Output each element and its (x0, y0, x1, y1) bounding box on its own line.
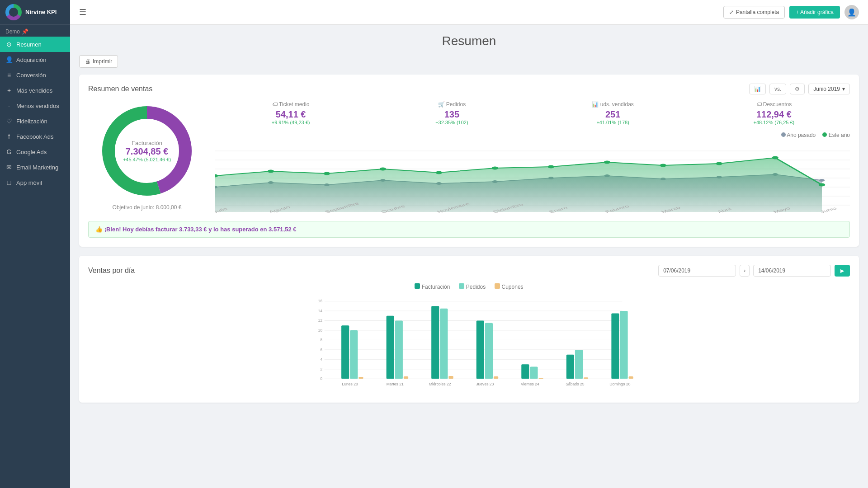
sidebar-item-label: App móvil (16, 179, 42, 186)
svg-text:Miércoles 22: Miércoles 22 (429, 382, 451, 386)
date-nav-green[interactable]: ► (835, 265, 850, 277)
facturacion-legend-rect (415, 283, 420, 289)
svg-point-24 (324, 172, 330, 175)
svg-rect-69 (395, 321, 403, 379)
sidebar-item-resumen[interactable]: ⊙ Resumen (0, 37, 70, 52)
chevron-down-icon: ▾ (842, 86, 845, 92)
sidebar-item-adquisicion[interactable]: 👤 Adquisición (0, 52, 70, 67)
cupones-legend-rect (495, 283, 500, 289)
sidebar-item-email-marketing[interactable]: ✉ Email Marketing (0, 160, 70, 175)
metric-change: +41.01% (178) (537, 120, 689, 125)
date-selector[interactable]: Junio 2019 ▾ (808, 84, 850, 94)
fullscreen-button[interactable]: ⤢ Pantalla completa (723, 6, 785, 19)
metric-change: +32.35% (102) (376, 120, 528, 125)
svg-rect-85 (575, 350, 583, 379)
date-nav-forward[interactable]: › (740, 265, 750, 277)
user-avatar[interactable]: 👤 (844, 5, 859, 19)
metric-label: 📊 uds. vendidas (537, 101, 689, 108)
sidebar-item-facebook-ads[interactable]: f Facebook Ads (0, 129, 70, 144)
menos-vendidos-icon: - (5, 102, 13, 109)
svg-rect-70 (404, 376, 408, 379)
svg-text:2: 2 (320, 367, 322, 371)
add-chart-button[interactable]: + Añadir gráfica (789, 6, 840, 19)
svg-text:Lunes 20: Lunes 20 (342, 382, 359, 386)
svg-text:4: 4 (320, 357, 322, 361)
date-to-input[interactable] (753, 265, 831, 277)
chart-legend: Año pasado Este año (215, 132, 850, 138)
settings-button[interactable]: ⚙ (790, 84, 805, 94)
metrics-chart-section: 🏷 Ticket medio 54,11 € +9.91% (49,23 €) … (215, 101, 850, 214)
svg-text:Martes 21: Martes 21 (387, 382, 404, 386)
sidebar-item-google-ads[interactable]: G Google Ads (0, 144, 70, 160)
main-content: ☰ ⤢ Pantalla completa + Añadir gráfica 👤… (70, 0, 868, 488)
metric-label: 🛒 Pedidos (376, 101, 528, 108)
sidebar-item-menos-vendidos[interactable]: - Menos vendidos (0, 98, 70, 113)
svg-point-26 (436, 171, 442, 174)
svg-text:Sábado 25: Sábado 25 (566, 382, 585, 386)
sidebar-item-label: Facebook Ads (16, 133, 53, 140)
metric-value: 112,94 € (698, 109, 850, 120)
sales-card-title: Resumen de ventas (88, 85, 152, 93)
sidebar: Nirvine KPI Demo 📌 ⊙ Resumen👤 Adquisició… (0, 0, 70, 488)
content-area: Resumen 🖨 Imprimir Resumen de ventas 📊 v… (70, 25, 868, 488)
sidebar-item-fidelizacion[interactable]: ♡ Fidelización (0, 113, 70, 129)
metric-value: 135 (376, 109, 528, 120)
conversion-icon: ≡ (5, 71, 13, 79)
sales-card-controls: 📊 vs. ⚙ Junio 2019 ▾ (749, 84, 850, 94)
svg-rect-88 (611, 313, 619, 379)
svg-point-33 (819, 183, 825, 187)
metric-value: 54,11 € (215, 109, 367, 120)
svg-point-27 (492, 167, 498, 170)
vs-label: vs. (769, 84, 786, 94)
sales-body: Facturación 7.304,85 € +45.47% (5.021,46… (88, 101, 850, 214)
metric-item: 🏷 Descuentos 112,94 € +48.12% (76,25 €) (698, 101, 850, 125)
chart-icon-button[interactable]: 📊 (749, 84, 766, 94)
svg-point-29 (604, 161, 610, 164)
svg-point-28 (548, 165, 554, 169)
sidebar-item-conversion[interactable]: ≡ Conversión (0, 67, 70, 83)
metrics-row: 🏷 Ticket medio 54,11 € +9.91% (49,23 €) … (215, 101, 850, 125)
svg-text:12: 12 (318, 318, 322, 323)
fullscreen-icon: ⤢ (729, 9, 734, 15)
donut-center: Facturación 7.304,85 € +45.47% (5.021,46… (123, 140, 171, 162)
svg-rect-84 (566, 355, 574, 379)
metric-label: 🏷 Descuentos (698, 101, 850, 108)
google-ads-icon: G (5, 148, 13, 155)
bar-chart: 0246810121416Lunes 20Martes 21Miércoles … (88, 297, 850, 394)
svg-text:0: 0 (320, 376, 322, 381)
svg-text:16: 16 (318, 299, 322, 303)
svg-text:8: 8 (320, 338, 322, 342)
date-from-input[interactable] (658, 265, 736, 277)
svg-text:Viernes 24: Viernes 24 (521, 382, 539, 386)
svg-text:14: 14 (318, 309, 322, 313)
svg-rect-86 (584, 377, 588, 379)
print-button[interactable]: 🖨 Imprimir (79, 55, 118, 68)
svg-rect-78 (494, 376, 498, 379)
svg-text:Domingo 26: Domingo 26 (609, 382, 630, 386)
svg-rect-81 (530, 367, 538, 379)
ventas-date-controls: › ► (658, 265, 850, 277)
ventas-card-header: Ventas por día › ► (88, 265, 850, 277)
sidebar-item-label: Más vendidos (16, 87, 52, 94)
sidebar-item-label: Conversión (16, 72, 46, 79)
past-year-dot (781, 132, 786, 137)
svg-text:10: 10 (318, 328, 322, 333)
svg-rect-89 (620, 311, 627, 379)
hamburger-icon[interactable]: ☰ (79, 7, 86, 17)
svg-rect-66 (359, 377, 363, 379)
print-icon: 🖨 (85, 58, 90, 65)
this-year-dot (822, 132, 827, 137)
svg-rect-80 (521, 364, 529, 379)
topbar-right: ⤢ Pantalla completa + Añadir gráfica 👤 (723, 5, 859, 19)
nav-menu: ⊙ Resumen👤 Adquisición≡ Conversión+ Más … (0, 37, 70, 190)
resumen-icon: ⊙ (5, 41, 13, 48)
metric-value: 251 (537, 109, 689, 120)
svg-rect-76 (476, 321, 484, 379)
mas-vendidos-icon: + (5, 87, 13, 94)
svg-rect-77 (485, 323, 493, 379)
email-marketing-icon: ✉ (5, 164, 13, 171)
sidebar-item-label: Email Marketing (16, 164, 58, 171)
sidebar-item-mas-vendidos[interactable]: + Más vendidos (0, 83, 70, 98)
metric-item: 🏷 Ticket medio 54,11 € +9.91% (49,23 €) (215, 101, 367, 125)
sidebar-item-app-movil[interactable]: □ App móvil (0, 175, 70, 190)
